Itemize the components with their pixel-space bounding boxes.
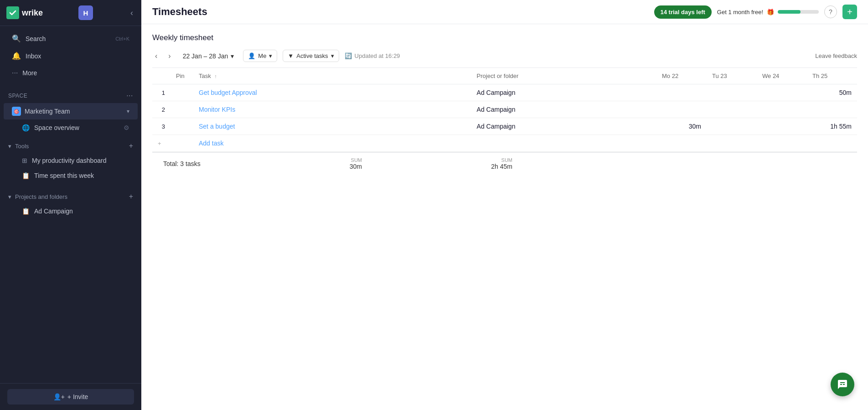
row-pin-2[interactable] (170, 118, 193, 135)
tools-add-icon[interactable]: + (129, 142, 133, 150)
sidebar-footer: 👤+ + Invite (0, 383, 141, 410)
topbar-right: 14 trial days left Get 1 month free! 🎁 ?… (654, 5, 857, 19)
sidebar-item-time-spent[interactable]: 📋 Time spent this week (4, 168, 138, 183)
row-mo-2[interactable]: 30m (656, 118, 707, 135)
sidebar-item-inbox[interactable]: 🔔 Inbox (4, 47, 138, 64)
invite-icon: 👤+ (53, 393, 65, 400)
time-icon: 📋 (22, 172, 30, 179)
row-project-0: Ad Campaign (471, 84, 656, 101)
sidebar-nav: 🔍 Search Ctrl+K 🔔 Inbox ··· More (0, 26, 141, 85)
tools-collapse-icon: ▾ (8, 143, 11, 150)
invite-button[interactable]: 👤+ + Invite (7, 389, 134, 405)
collapse-sidebar-button[interactable]: ‹ (129, 6, 135, 20)
free-month-offer: Get 1 month free! 🎁 (717, 9, 819, 16)
table-row: 3 Set a budget Ad Campaign 30m 1h 55m (152, 118, 857, 135)
sidebar-item-space-overview[interactable]: 🌐 Space overview ⚙ (4, 120, 138, 135)
row-pin-1[interactable] (170, 101, 193, 118)
help-button[interactable]: ? (824, 5, 837, 18)
footer-mo-sum-value: 30m (350, 163, 362, 170)
task-link-0[interactable]: Get budget Approval (199, 89, 257, 96)
leave-feedback-button[interactable]: Leave feedback (815, 52, 857, 59)
projects-section: ▾ Projects and folders + 📋 Ad Campaign (0, 186, 141, 222)
tasks-filter-button[interactable]: ▼ Active tasks ▾ (283, 50, 339, 62)
footer-th-sum-value: 2h 45m (491, 163, 512, 170)
add-icon: + (847, 7, 852, 17)
sidebar-item-search-label: Search (26, 35, 46, 42)
user-filter-icon: 👤 (248, 52, 255, 59)
sidebar-item-more-label: More (22, 69, 37, 77)
ad-campaign-label: Ad Campaign (34, 208, 73, 215)
updated-info: 🔄 Updated at 16:29 (345, 52, 400, 59)
footer-cells: SUM 30m SUM 2h 45m (317, 157, 852, 170)
footer-mo-sum-prefix: SUM (323, 157, 362, 163)
row-project-1: Ad Campaign (471, 101, 656, 118)
date-range-picker[interactable]: 22 Jan – 28 Jan ▾ (179, 50, 238, 62)
space-name: Marketing Team (25, 108, 70, 115)
sidebar-header: wrike H ‹ (0, 0, 141, 26)
row-tu-2[interactable] (707, 118, 757, 135)
prev-week-button[interactable]: ‹ (152, 50, 160, 62)
task-link-1[interactable]: Monitor KPIs (199, 106, 235, 113)
row-project-2: Ad Campaign (471, 118, 656, 135)
add-task-pin (170, 135, 193, 152)
projects-header[interactable]: ▾ Projects and folders + (0, 189, 141, 203)
gear-icon[interactable]: ⚙ (124, 124, 129, 131)
sidebar-item-more[interactable]: ··· More (4, 65, 138, 81)
free-month-emoji: 🎁 (767, 9, 774, 16)
task-link-2[interactable]: Set a budget (199, 123, 235, 130)
row-we-2[interactable] (757, 118, 807, 135)
timesheet-footer: Total: 3 tasks SUM 30m SUM 2h 45m (152, 152, 857, 175)
trial-badge[interactable]: 14 trial days left (654, 5, 712, 19)
sidebar: wrike H ‹ 🔍 Search Ctrl+K 🔔 Inbox ··· Mo… (0, 0, 141, 410)
projects-add-icon[interactable]: + (129, 192, 133, 201)
add-task-button[interactable]: Add task (199, 140, 223, 147)
user-filter-button[interactable]: 👤 Me ▾ (243, 50, 277, 62)
chat-bubble-button[interactable] (831, 373, 854, 396)
tools-label: Tools (15, 143, 29, 150)
footer-total-label: Total: 3 tasks (158, 160, 317, 167)
user-filter-label: Me (258, 52, 266, 59)
free-month-label: Get 1 month free! (717, 9, 763, 16)
productivity-icon: ⊞ (22, 157, 27, 164)
col-pin-header: Pin (170, 68, 193, 84)
row-th-0[interactable]: 50m (807, 84, 857, 101)
logo-area: wrike (6, 6, 43, 19)
row-mo-1[interactable] (656, 101, 707, 118)
more-icon: ··· (12, 69, 18, 77)
help-icon: ? (829, 8, 832, 16)
workspace-badge[interactable]: H (78, 5, 93, 20)
updated-label: Updated at 16:29 (355, 52, 400, 59)
space-section: Space ··· (0, 85, 141, 103)
row-mo-0[interactable] (656, 84, 707, 101)
space-section-menu-button[interactable]: ··· (126, 92, 133, 100)
sidebar-item-search[interactable]: 🔍 Search Ctrl+K (4, 30, 138, 47)
row-th-1[interactable] (807, 101, 857, 118)
wrike-checkmark-icon (6, 6, 19, 19)
wrike-logo-text: wrike (22, 8, 43, 18)
sidebar-item-ad-campaign[interactable]: 📋 Ad Campaign (4, 204, 138, 218)
footer-th-sum-prefix: SUM (473, 157, 512, 163)
row-we-1[interactable] (757, 101, 807, 118)
topbar: Timesheets 14 trial days left Get 1 mont… (141, 0, 868, 24)
row-we-0[interactable] (757, 84, 807, 101)
space-icon: 🎯 (12, 107, 21, 116)
space-chevron-icon: ▾ (127, 108, 129, 114)
sidebar-item-marketing-team[interactable]: 🎯 Marketing Team ▾ (4, 103, 138, 119)
sidebar-item-productivity[interactable]: ⊞ My productivity dashboard (4, 153, 138, 168)
row-task-0: Get budget Approval (193, 84, 471, 101)
invite-label: + Invite (67, 393, 88, 400)
row-pin-0[interactable] (170, 84, 193, 101)
row-th-2[interactable]: 1h 55m (807, 118, 857, 135)
row-tu-0[interactable] (707, 84, 757, 101)
tools-header[interactable]: ▾ Tools + (0, 138, 141, 153)
add-new-button[interactable]: + (842, 5, 857, 19)
task-sort-icon[interactable]: ↑ (214, 73, 217, 79)
progress-bar-fill (778, 10, 801, 14)
date-range-chevron-icon: ▾ (231, 52, 234, 60)
date-range-label: 22 Jan – 28 Jan (183, 52, 228, 60)
table-header-row: Pin Task ↑ Project or folder Mo 22 Tu 23… (152, 68, 857, 84)
row-task-2: Set a budget (193, 118, 471, 135)
next-week-button[interactable]: › (165, 50, 173, 62)
row-tu-1[interactable] (707, 101, 757, 118)
row-num-1: 2 (152, 101, 170, 118)
